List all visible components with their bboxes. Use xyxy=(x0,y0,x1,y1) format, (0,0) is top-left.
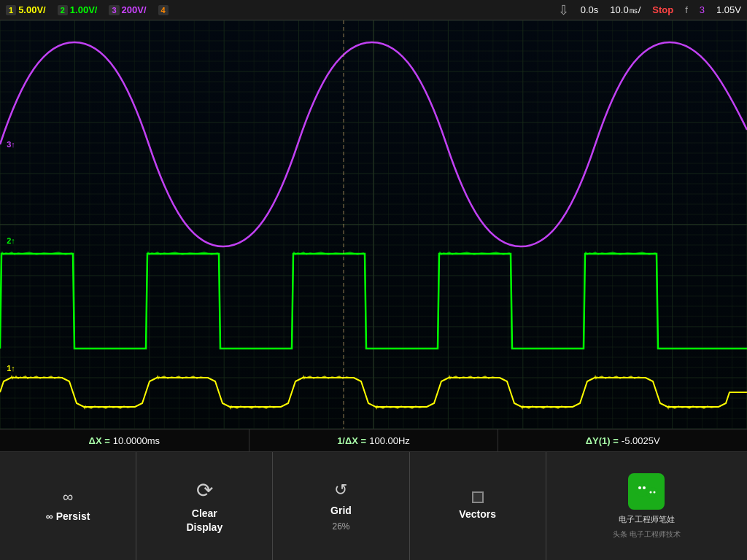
wechat-logo xyxy=(628,473,665,510)
svg-point-1 xyxy=(646,487,658,499)
ch2-scale: 1.00V/ xyxy=(70,4,98,15)
persist-button[interactable]: ∞ ∞ Persist xyxy=(0,452,136,560)
ch3-scale: 200V/ xyxy=(122,4,147,15)
delta-x-measurement: ΔX = 10.0000ms xyxy=(0,429,249,451)
grid-percent: 26% xyxy=(332,521,349,532)
time-position: 0.0s xyxy=(581,4,599,15)
persist-label: ∞ Persist xyxy=(46,510,90,523)
trigger-channel: 3 xyxy=(700,4,705,15)
time-per-div: 10.0㎳/ xyxy=(610,4,640,17)
grid-icon: ↺ xyxy=(334,481,347,499)
vectors-button[interactable]: Vectors xyxy=(410,452,546,560)
svg-point-4 xyxy=(650,491,652,493)
wechat-channel-name: 电子工程师笔娃 xyxy=(619,514,675,525)
inv-delta-x-measurement: 1/ΔX = 100.00Hz xyxy=(249,429,499,451)
delta-y-label: ΔY(1) = xyxy=(586,435,619,446)
svg-point-3 xyxy=(643,486,646,489)
ch3-waveform xyxy=(0,42,747,246)
clear-display-label: ClearDisplay xyxy=(186,507,222,533)
ch1-info: 1 5.00V/ xyxy=(6,4,46,15)
persist-icon: ∞ xyxy=(63,489,73,505)
vectors-checkbox-icon xyxy=(472,491,484,503)
wechat-info: 电子工程师笔娃 头条 电子工程师技术 xyxy=(546,452,747,560)
ch1-level-marker: 1↑ xyxy=(6,363,16,373)
ch2-info: 2 1.00V/ xyxy=(58,4,98,15)
inv-delta-x-label: 1/ΔX = xyxy=(337,435,366,446)
delta-x-label: ΔX = xyxy=(89,435,110,446)
top-status-bar: 1 5.00V/ 2 1.00V/ 3 200V/ 4 ⇩ 0.0s 10.0㎳… xyxy=(0,0,747,20)
measurements-bar: ΔX = 10.0000ms 1/ΔX = 100.00Hz ΔY(1) = -… xyxy=(0,429,747,452)
svg-point-2 xyxy=(638,486,641,489)
ch3-info: 3 200V/ xyxy=(109,4,146,15)
waveform-svg xyxy=(0,20,747,429)
vectors-label: Vectors xyxy=(459,508,496,521)
bottom-toolbar: ∞ ∞ Persist ⟳ ClearDisplay ↺ Grid 26% Ve… xyxy=(0,452,747,560)
ch1-number: 1 xyxy=(6,5,16,15)
wechat-sublabel: 头条 电子工程师技术 xyxy=(613,529,681,540)
trigger-arrow-icon: ⇩ xyxy=(558,2,569,18)
inv-delta-x-value: 100.00Hz xyxy=(369,435,410,446)
trigger-slope-indicator: f xyxy=(685,4,688,15)
ch1-scale: 5.00V/ xyxy=(18,4,46,15)
clear-display-icon: ⟳ xyxy=(196,478,213,502)
delta-x-value: 10.0000ms xyxy=(113,435,160,446)
ch2-number: 2 xyxy=(58,5,68,15)
ch3-number: 3 xyxy=(109,5,119,15)
trigger-level: 1.05V xyxy=(716,4,741,15)
oscilloscope-display: 3↑ 2↑ 1↑ xyxy=(0,20,747,429)
ch2-level-marker: 2↑ xyxy=(6,236,16,246)
grid-label: Grid xyxy=(330,504,352,517)
ch2-waveform xyxy=(0,254,747,349)
clear-display-button[interactable]: ⟳ ClearDisplay xyxy=(136,452,273,560)
ch1-waveform xyxy=(0,378,747,407)
run-stop-status[interactable]: Stop xyxy=(652,4,673,15)
svg-point-5 xyxy=(654,491,656,493)
grid-button[interactable]: ↺ Grid 26% xyxy=(273,452,409,560)
delta-y-value: -5.0025V xyxy=(622,435,660,446)
time-info: ⇩ 0.0s 10.0㎳/ Stop f 3 1.05V xyxy=(558,2,741,18)
delta-y-measurement: ΔY(1) = -5.0025V xyxy=(498,429,747,451)
ch4-info: 4 xyxy=(158,5,171,15)
ch3-level-marker: 3↑ xyxy=(6,139,16,149)
ch4-number: 4 xyxy=(158,5,169,15)
